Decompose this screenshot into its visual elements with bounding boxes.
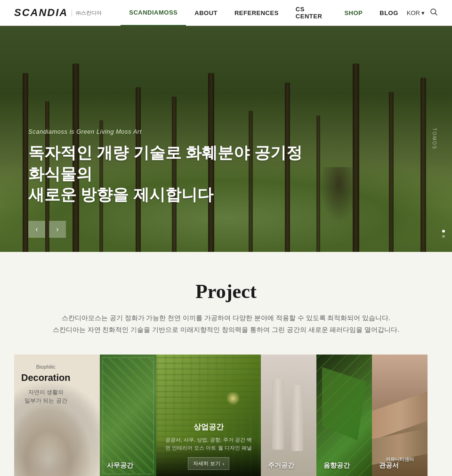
hero-section: Scandiamoss is Green Living Moss Art 독자적…: [0, 26, 452, 252]
arrow-right-icon: ›: [223, 461, 225, 467]
hero-content: Scandiamoss is Green Living Moss Art 독자적…: [28, 128, 311, 205]
card-residential[interactable]: 주거공간: [261, 355, 316, 476]
hero-arrows: ‹ ›: [28, 221, 66, 238]
project-description: 스칸디아모스는 공기 정화가 가능한 천연 이끼를 가공하여 다양한 분야에 적…: [14, 312, 438, 336]
logo-text: SCANDIA: [14, 7, 68, 19]
nav-menu: SCANDIAMOSS ABOUT REFERENCES CS CENTER S…: [121, 0, 407, 26]
card-desc: 자연이 생활의 일부가 되는 공간: [21, 388, 70, 405]
chevron-down-icon: ▾: [421, 9, 425, 16]
nav-cs-center[interactable]: CS CENTER: [287, 0, 336, 26]
nav-references[interactable]: REFERENCES: [226, 0, 287, 26]
card-label: 음향공간: [323, 461, 350, 470]
card-featured-content: 상업공간 공공서, 사무, 상업, 공항, 주거 공간 벽면 인테리어 모스 아…: [156, 413, 261, 476]
card-biophilic[interactable]: Biophilic Decoration 자연이 생활의 일부가 되는 공간: [14, 355, 100, 476]
hero-title: 독자적인 개량 기술로 화훼분야 공기정화식물의새로운 방향을 제시합니다: [28, 142, 311, 205]
slide-dot-2[interactable]: [442, 235, 445, 238]
project-section: Project 스칸디아모스는 공기 정화가 가능한 천연 이끼를 가공하여 다…: [0, 252, 452, 476]
nav-blog[interactable]: BLOG: [371, 0, 407, 26]
hero-dots: [442, 230, 445, 238]
nav-right: KOR ▾: [407, 8, 438, 18]
navbar: SCANDIA ㈜스칸디아 SCANDIAMOSS ABOUT REFERENC…: [0, 0, 452, 26]
card-background: [316, 355, 372, 476]
prev-slide-button[interactable]: ‹: [28, 221, 45, 238]
project-cards: Biophilic Decoration 자연이 생활의 일부가 되는 공간 사…: [14, 355, 438, 476]
nav-scandiamoss[interactable]: SCANDIAMOSS: [121, 0, 186, 26]
slide-dot-1[interactable]: [442, 230, 445, 233]
card-content: Biophilic Decoration 자연이 생활의 일부가 되는 공간: [14, 355, 77, 414]
language-selector[interactable]: KOR ▾: [407, 9, 425, 16]
card-title: Decoration: [21, 372, 70, 383]
hero-side-text: TOMOS: [431, 128, 436, 150]
card-label: 관공서: [379, 461, 399, 470]
card-public[interactable]: 커뮤니티센터 관공서: [372, 355, 428, 476]
card-background: [261, 355, 316, 476]
nav-about[interactable]: ABOUT: [186, 0, 226, 26]
card-tag: Biophilic: [21, 364, 70, 370]
card-label: 사무공간: [107, 461, 133, 470]
card-acoustic[interactable]: 음향공간: [316, 355, 372, 476]
search-button[interactable]: [429, 8, 438, 18]
svg-point-0: [431, 9, 436, 14]
hero-subtitle: Scandiamoss is Green Living Moss Art: [28, 128, 311, 135]
project-title: Project: [14, 280, 438, 303]
card-commercial[interactable]: 상업공간 공공서, 사무, 상업, 공항, 주거 공간 벽면 인테리어 모스 아…: [156, 355, 261, 476]
logo[interactable]: SCANDIA ㈜스칸디아: [14, 7, 102, 19]
card-background: 커뮤니티센터: [372, 355, 428, 476]
next-slide-button[interactable]: ›: [49, 221, 66, 238]
svg-line-1: [435, 13, 437, 15]
card-background: [100, 355, 156, 476]
featured-title: 상업공간: [163, 422, 254, 432]
featured-desc: 공공서, 사무, 상업, 공항, 주거 공간 벽면 인테리어 모스 아트 월 디…: [163, 436, 254, 452]
card-label: 주거공간: [268, 461, 294, 470]
card-office[interactable]: 사무공간: [100, 355, 156, 476]
logo-subtext: ㈜스칸디아: [72, 9, 102, 16]
detail-button[interactable]: 자세히 보기 ›: [188, 457, 230, 470]
nav-shop[interactable]: SHOP: [336, 0, 371, 26]
